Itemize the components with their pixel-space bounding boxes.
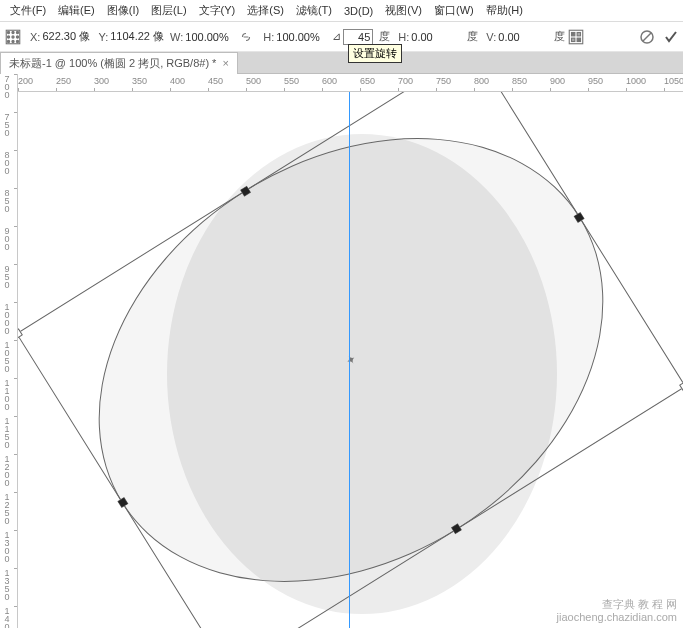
menu-file[interactable]: 文件(F): [4, 3, 52, 18]
h-skew-label: H:: [398, 31, 409, 43]
menu-help[interactable]: 帮助(H): [480, 3, 529, 18]
menu-type[interactable]: 文字(Y): [193, 3, 242, 18]
menu-window[interactable]: 窗口(W): [428, 3, 480, 18]
hruler-label: 1000: [626, 76, 646, 86]
hruler-label: 350: [132, 76, 147, 86]
vruler-label: 1250: [2, 492, 12, 524]
svg-point-4: [7, 35, 9, 37]
menu-bar: 文件(F) 编辑(E) 图像(I) 图层(L) 文字(Y) 选择(S) 滤镜(T…: [0, 0, 683, 22]
vruler-label: 1400: [2, 606, 12, 628]
vruler-label: 1050: [2, 340, 12, 372]
vruler-label: 1150: [2, 416, 12, 448]
w-label: W:: [170, 31, 183, 43]
menu-filter[interactable]: 滤镜(T): [290, 3, 338, 18]
menu-view[interactable]: 视图(V): [379, 3, 428, 18]
hruler-label: 450: [208, 76, 223, 86]
angle-icon: ⊿: [332, 30, 341, 43]
degree-label: 度: [379, 29, 390, 44]
hruler-label: 500: [246, 76, 261, 86]
vruler-label: 900: [2, 226, 12, 250]
svg-rect-14: [577, 38, 580, 41]
vruler-label: 750: [2, 112, 12, 136]
menu-3d[interactable]: 3D(D): [338, 5, 379, 17]
v-skew-label: V:: [486, 31, 496, 43]
hruler-label: 250: [56, 76, 71, 86]
degree-label-2: 度: [467, 29, 478, 44]
vruler-label: 1300: [2, 530, 12, 562]
horizontal-ruler[interactable]: 2002503003504004505005506006507007508008…: [18, 74, 683, 92]
hruler-label: 300: [94, 76, 109, 86]
vertical-ruler[interactable]: 7007508008509009501000105011001150120012…: [0, 74, 18, 628]
svg-line-16: [643, 33, 651, 41]
watermark: 查字典 教 程 网 jiaocheng.chazidian.com: [557, 598, 677, 624]
vruler-label: 800: [2, 150, 12, 174]
vruler-label: 850: [2, 188, 12, 212]
hruler-label: 650: [360, 76, 375, 86]
watermark-line2: jiaocheng.chazidian.com: [557, 611, 677, 624]
svg-point-9: [16, 40, 18, 42]
svg-point-1: [7, 31, 9, 33]
h-value[interactable]: 100.00%: [276, 31, 326, 43]
vruler-label: 1200: [2, 454, 12, 486]
svg-rect-13: [572, 38, 575, 41]
vruler-label: 1000: [2, 302, 12, 334]
hruler-label: 400: [170, 76, 185, 86]
vruler-label: 950: [2, 264, 12, 288]
cancel-icon[interactable]: [639, 29, 655, 45]
vertical-guide[interactable]: [349, 92, 350, 628]
workspace: 2002503003504004505005506006507007508008…: [0, 74, 683, 628]
h-label: H:: [263, 31, 274, 43]
close-icon[interactable]: ×: [222, 57, 228, 69]
tab-bar: 未标题-1 @ 100% (椭圆 2 拷贝, RGB/8#) * ×: [0, 52, 683, 74]
handle-br[interactable]: [679, 381, 683, 392]
hruler-label: 850: [512, 76, 527, 86]
degree-label-3: 度: [554, 29, 565, 44]
svg-point-5: [12, 35, 14, 37]
y-value[interactable]: 1104.22 像: [110, 29, 164, 44]
vruler-label: 1350: [2, 568, 12, 600]
h-skew-value[interactable]: 0.00: [411, 31, 461, 43]
menu-image[interactable]: 图像(I): [101, 3, 145, 18]
y-label: Y:: [98, 31, 108, 43]
link-icon[interactable]: [239, 30, 253, 44]
vruler-label: 1100: [2, 378, 12, 410]
options-bar: X: 622.30 像 Y: 1104.22 像 W: 100.00% H: 1…: [0, 22, 683, 52]
hruler-label: 1050: [664, 76, 683, 86]
transform-reference-icon[interactable]: [4, 28, 22, 46]
menu-layer[interactable]: 图层(L): [145, 3, 192, 18]
handle-tl[interactable]: [18, 328, 22, 339]
svg-point-6: [16, 35, 18, 37]
v-skew-value[interactable]: 0.00: [498, 31, 548, 43]
tooltip: 设置旋转: [348, 44, 402, 63]
hruler-label: 600: [322, 76, 337, 86]
svg-rect-12: [577, 32, 580, 35]
commit-icon[interactable]: [663, 29, 679, 45]
hruler-label: 550: [284, 76, 299, 86]
transform-group[interactable]: ✦: [18, 92, 683, 628]
hruler-label: 800: [474, 76, 489, 86]
hruler-label: 700: [398, 76, 413, 86]
w-value[interactable]: 100.00%: [185, 31, 235, 43]
x-value[interactable]: 622.30 像: [42, 29, 92, 44]
svg-point-3: [16, 31, 18, 33]
canvas[interactable]: ✦: [18, 92, 683, 628]
anchor-left[interactable]: [118, 498, 128, 508]
tab-title: 未标题-1 @ 100% (椭圆 2 拷贝, RGB/8#) *: [9, 56, 216, 71]
angle-input[interactable]: [343, 29, 373, 45]
hruler-label: 900: [550, 76, 565, 86]
menu-edit[interactable]: 编辑(E): [52, 3, 101, 18]
interpolation-icon[interactable]: [567, 28, 585, 46]
svg-point-2: [12, 31, 14, 33]
svg-point-8: [12, 40, 14, 42]
hruler-label: 750: [436, 76, 451, 86]
watermark-line1: 查字典 教 程 网: [557, 598, 677, 611]
svg-rect-11: [572, 32, 575, 35]
document-tab[interactable]: 未标题-1 @ 100% (椭圆 2 拷贝, RGB/8#) * ×: [0, 52, 238, 74]
menu-select[interactable]: 选择(S): [241, 3, 290, 18]
x-label: X:: [30, 31, 40, 43]
hruler-label: 950: [588, 76, 603, 86]
hruler-label: 200: [18, 76, 33, 86]
svg-point-7: [7, 40, 9, 42]
vruler-label: 700: [2, 74, 12, 98]
